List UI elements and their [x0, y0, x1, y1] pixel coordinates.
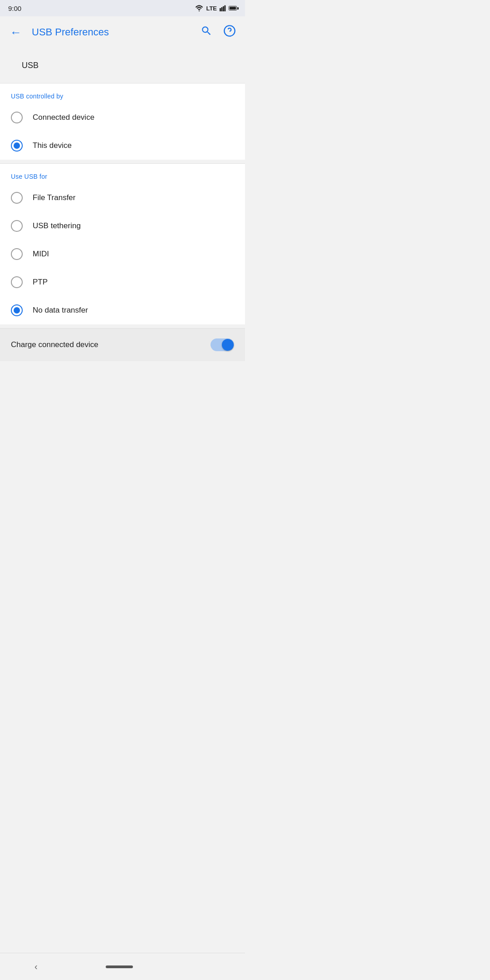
radio-ptp[interactable]: PTP [0, 268, 245, 296]
help-icon[interactable] [220, 22, 239, 43]
radio-usb-tethering[interactable]: USB tethering [0, 212, 245, 240]
radio-outer-connected [11, 112, 23, 123]
radio-outer-midi [11, 248, 23, 260]
radio-label-midi: MIDI [33, 250, 49, 259]
use-usb-for-header: Use USB for [0, 164, 245, 184]
status-icons: LTE [195, 5, 237, 12]
radio-label-ptp: PTP [33, 278, 48, 287]
charge-connected-toggle[interactable] [211, 338, 234, 351]
radio-outer-this-device [11, 140, 23, 152]
lte-label: LTE [206, 5, 217, 12]
svg-rect-1 [220, 8, 221, 11]
radio-file-transfer[interactable]: File Transfer [0, 184, 245, 212]
radio-label-no-data: No data transfer [33, 306, 88, 315]
app-bar-actions [198, 22, 239, 43]
svg-rect-3 [223, 6, 224, 11]
radio-outer-no-data [11, 304, 23, 316]
use-usb-for-section: Use USB for File Transfer USB tethering … [0, 164, 245, 324]
status-bar: 9:00 LTE [0, 0, 245, 16]
wifi-icon [195, 5, 203, 11]
toggle-thumb [222, 339, 234, 351]
radio-label-file-transfer: File Transfer [33, 193, 75, 202]
radio-outer-usb-tethering [11, 220, 23, 232]
usb-header-section: USB [0, 48, 245, 83]
radio-inner-no-data [14, 307, 20, 314]
page-title: USB Preferences [32, 26, 191, 38]
controlled-by-header: USB controlled by [0, 83, 245, 103]
content-area: USB USB controlled by Connected device T… [0, 48, 245, 393]
radio-outer-ptp [11, 276, 23, 288]
back-button[interactable]: ← [6, 23, 25, 42]
svg-rect-4 [225, 5, 226, 11]
radio-inner-this-device [14, 142, 20, 149]
battery-icon [229, 6, 237, 10]
radio-label-this-device: This device [33, 141, 72, 150]
svg-rect-2 [221, 7, 223, 11]
radio-this-device[interactable]: This device [0, 132, 245, 160]
radio-label-connected: Connected device [33, 113, 94, 122]
radio-outer-file-transfer [11, 192, 23, 204]
app-bar: ← USB Preferences [0, 16, 245, 48]
charge-connected-label: Charge connected device [11, 340, 98, 349]
radio-no-data-transfer[interactable]: No data transfer [0, 296, 245, 324]
radio-midi[interactable]: MIDI [0, 240, 245, 268]
svg-point-0 [199, 10, 200, 11]
usb-header-label: USB [22, 61, 39, 70]
charge-connected-row[interactable]: Charge connected device [0, 328, 245, 361]
search-icon[interactable] [198, 22, 215, 42]
controlled-by-section: USB controlled by Connected device This … [0, 83, 245, 160]
radio-connected-device[interactable]: Connected device [0, 103, 245, 132]
status-time: 9:00 [8, 5, 21, 12]
signal-icon [220, 5, 226, 11]
radio-label-usb-tethering: USB tethering [33, 221, 81, 230]
